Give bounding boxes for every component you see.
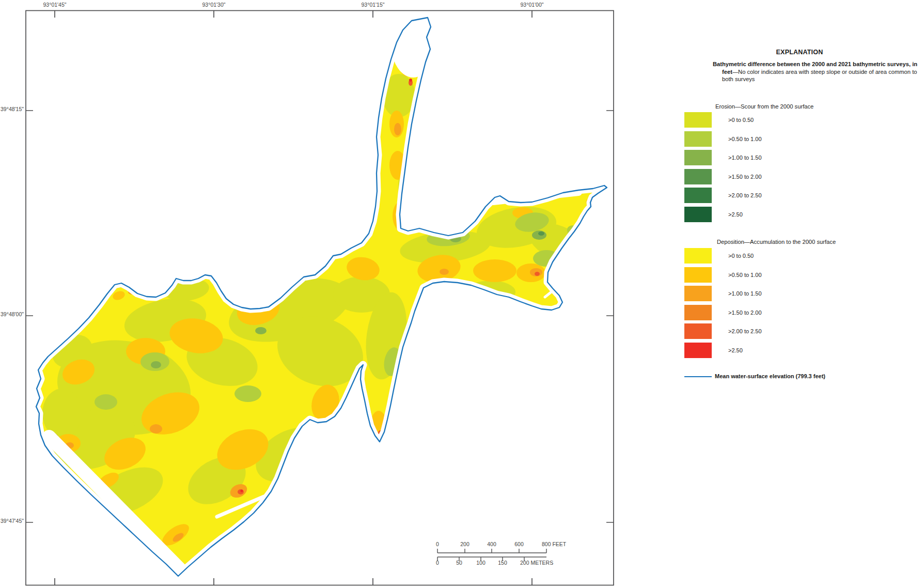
latitude-tick-label: 39°48'15": [1, 106, 24, 112]
legend-row: >2.50: [684, 207, 762, 222]
longitude-tick-label: 93°01'00": [521, 2, 544, 8]
erosion-swatch-5: [684, 188, 712, 203]
legend-class-label: >0.50 to 1.00: [728, 272, 762, 278]
water-line-sample: [684, 376, 712, 377]
legend-row: >0 to 0.50: [684, 248, 762, 264]
legend-class-label: >0 to 0.50: [728, 253, 754, 259]
latitude-tick-label: 39°48'00": [1, 311, 24, 317]
erosion-swatch-6: [684, 207, 712, 222]
deposition-swatch-5: [684, 323, 712, 339]
deposition-swatch-3: [684, 286, 712, 301]
legend-class-label: >2.00 to 2.50: [728, 192, 762, 198]
legend-row: >1.00 to 1.50: [684, 150, 762, 165]
longitude-tick-label: 93°01'45": [43, 2, 67, 8]
scale-meters-label: 0: [436, 560, 439, 566]
difference-blob: [469, 298, 490, 310]
bathymetric-difference-surface: [36, 13, 607, 576]
difference-blob: [473, 259, 516, 282]
map-figure: [0, 0, 620, 588]
difference-blob: [234, 385, 261, 402]
difference-blob: [314, 501, 318, 504]
difference-blob: [535, 272, 540, 276]
difference-blob: [314, 442, 368, 492]
legend-row: >0.50 to 1.00: [684, 131, 762, 147]
longitude-tick-label: 93°01'15": [362, 2, 385, 8]
legend-row: >2.50: [684, 343, 762, 358]
scale-feet-label: 400: [487, 541, 496, 547]
erosion-classes: >0 to 0.50 >0.50 to 1.00 >1.00 to 1.50 >…: [684, 112, 762, 226]
difference-blob: [151, 361, 161, 368]
water-line-label: Mean water-surface elevation (799.3 feet…: [715, 373, 825, 379]
legend-description-rest: —No color indicates area with steep slop…: [722, 69, 917, 83]
legend-row: >2.00 to 2.50: [684, 188, 762, 203]
deposition-swatch-4: [684, 305, 712, 320]
scale-meters-label: 100: [476, 560, 486, 566]
scale-meters-label: 200 METERS: [520, 560, 553, 566]
legend-row: >2.00 to 2.50: [684, 323, 762, 339]
erosion-swatch-1: [684, 112, 712, 128]
legend-row: >1.00 to 1.50: [684, 286, 762, 301]
legend-class-label: >0.50 to 1.00: [728, 136, 762, 142]
scale-meters-label: 50: [456, 560, 462, 566]
difference-blob: [316, 485, 323, 490]
erosion-header: Erosion—Scour from the 2000 surface: [715, 103, 813, 110]
scale-feet-label: 200: [460, 541, 469, 547]
deposition-swatch-2: [684, 267, 712, 283]
scale-meters-label: 150: [498, 560, 507, 566]
difference-blob: [440, 269, 449, 275]
legend-row: >1.50 to 2.00: [684, 305, 762, 320]
difference-blob: [255, 327, 267, 334]
deposition-swatch-1: [684, 248, 712, 264]
legend-class-label: >1.00 to 1.50: [728, 154, 762, 161]
legend-class-label: >1.50 to 2.00: [728, 174, 762, 180]
scale-feet-label: 800 FEET: [542, 541, 566, 547]
legend-class-label: >2.50: [728, 347, 743, 353]
figure-root: 93°01'45"93°01'30"93°01'15"93°01'00" 39°…: [0, 0, 924, 588]
erosion-swatch-3: [684, 150, 712, 165]
legend-class-label: >1.50 to 2.00: [728, 310, 762, 316]
difference-blob: [298, 469, 342, 502]
deposition-classes: >0 to 0.50 >0.50 to 1.00 >1.00 to 1.50 >…: [684, 248, 762, 362]
legend-class-label: >2.50: [728, 211, 743, 218]
erosion-swatch-2: [684, 131, 712, 147]
erosion-swatch-4: [684, 169, 712, 184]
difference-blob: [538, 231, 544, 236]
legend-title: EXPLANATION: [776, 49, 823, 56]
legend-row: >1.50 to 2.00: [684, 169, 762, 184]
longitude-tick-label: 93°01'30": [202, 2, 226, 8]
scale-feet-label: 0: [436, 541, 439, 547]
difference-blob: [95, 394, 117, 410]
legend-class-label: >2.00 to 2.50: [728, 328, 762, 334]
legend-class-label: >0 to 0.50: [728, 117, 754, 123]
difference-blob: [241, 490, 243, 492]
legend-description: Bathymetric difference between the 2000 …: [713, 60, 924, 83]
difference-blob: [394, 123, 401, 135]
legend-row: >0 to 0.50: [684, 112, 762, 128]
difference-blob: [150, 424, 162, 434]
deposition-header: Deposition—Accumulation to the 2000 surf…: [717, 239, 836, 245]
difference-blob: [532, 230, 546, 240]
difference-blob: [409, 79, 412, 82]
latitude-tick-label: 39°47'45": [1, 518, 24, 524]
difference-blob: [260, 278, 277, 288]
deposition-swatch-6: [684, 343, 712, 358]
legend-class-label: >1.00 to 1.50: [728, 290, 762, 297]
legend-row: >0.50 to 1.00: [684, 267, 762, 283]
scale-feet-label: 600: [514, 541, 524, 547]
difference-blob: [309, 487, 323, 495]
